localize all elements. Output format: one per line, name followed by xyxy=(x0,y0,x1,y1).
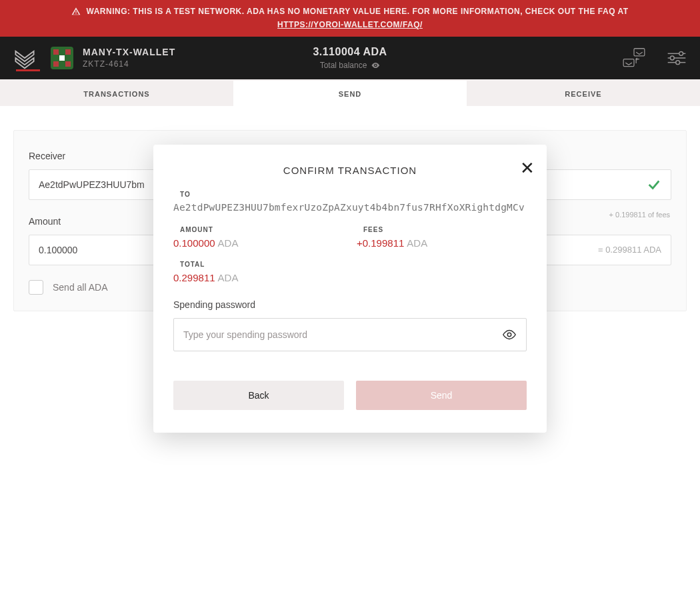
confirm-transaction-modal: CONFIRM TRANSACTION ✕ TO Ae2tdPwUPEZ3HUU… xyxy=(153,145,547,433)
eye-icon[interactable] xyxy=(502,327,517,342)
spending-password-input-wrapper xyxy=(173,318,527,351)
modal-title: CONFIRM TRANSACTION xyxy=(173,165,527,176)
modal-total-label: TOTAL xyxy=(173,261,527,268)
modal-fees-label: FEES xyxy=(357,226,527,233)
to-label: TO xyxy=(173,191,527,198)
modal-total-value: 0.299811ADA xyxy=(173,272,527,283)
back-button[interactable]: Back xyxy=(173,381,344,410)
send-button[interactable]: Send xyxy=(356,381,527,410)
to-address: Ae2tdPwUPEZ3HUU7bmfexrUzoZpAZxuyt4b4bn7f… xyxy=(173,202,527,213)
modal-fees-value: +0.199811ADA xyxy=(357,237,527,249)
spending-password-label: Spending password xyxy=(173,299,527,310)
modal-amount-value: 0.100000ADA xyxy=(173,237,343,249)
close-icon[interactable]: ✕ xyxy=(520,159,535,177)
spending-password-input[interactable] xyxy=(183,329,502,340)
modal-amount-label: AMOUNT xyxy=(173,226,343,233)
svg-point-8 xyxy=(507,333,511,337)
